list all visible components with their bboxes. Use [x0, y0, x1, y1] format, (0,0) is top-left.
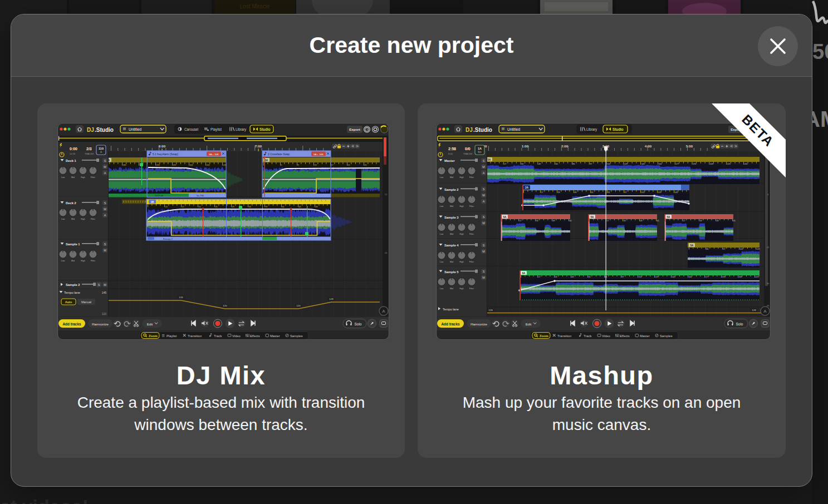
svg-text:113: 113: [607, 163, 610, 165]
svg-text:Sample 3: Sample 3: [444, 216, 459, 219]
svg-text:113: 113: [641, 191, 645, 194]
svg-text:Sample 4: Sample 4: [444, 244, 459, 247]
svg-text:Filter: Filter: [469, 261, 474, 263]
svg-text:Filter: Filter: [469, 288, 474, 290]
svg-text:Harmonize: Harmonize: [471, 322, 487, 326]
svg-text:201: 201: [190, 164, 193, 166]
svg-text:17: 17: [541, 191, 543, 194]
svg-text:33: 33: [700, 220, 702, 222]
svg-text:Filter: Filter: [469, 176, 474, 179]
svg-text:65: 65: [556, 163, 558, 165]
svg-text:120: 120: [223, 304, 227, 307]
svg-text:4:00: 4:00: [645, 144, 652, 148]
svg-text:145: 145: [641, 163, 645, 165]
svg-text:.Studio: .Studio: [473, 127, 492, 133]
svg-text:37: 37: [266, 206, 268, 208]
svg-text:1B: 1B: [151, 201, 155, 204]
svg-text:M: M: [482, 276, 485, 279]
svg-text:Filter: Filter: [469, 205, 474, 207]
svg-text:Mid: Mid: [71, 260, 75, 262]
svg-text:Effects: Effects: [620, 334, 630, 338]
svg-text:Add tracks: Add tracks: [441, 322, 459, 326]
svg-text:M: M: [482, 250, 485, 253]
svg-text:5.1 freq Alarm [Swap]: 5.1 freq Alarm [Swap]: [153, 153, 178, 156]
svg-text:Low: Low: [440, 233, 444, 235]
svg-text:33: 33: [521, 163, 523, 165]
svg-text:Edit: Edit: [147, 322, 153, 326]
svg-text:81: 81: [573, 163, 575, 165]
svg-text:129: 129: [658, 191, 662, 194]
svg-text:Master: Master: [270, 334, 280, 338]
svg-text:Auto: Auto: [65, 300, 72, 304]
svg-text:High: High: [81, 218, 85, 220]
svg-text:177: 177: [705, 276, 709, 278]
svg-text:M: M: [482, 165, 485, 169]
svg-text:Playlist: Playlist: [210, 127, 222, 132]
svg-text:A: A: [483, 200, 485, 203]
svg-text:5:00: 5:00: [686, 144, 693, 148]
svg-text:Samples: Samples: [660, 334, 673, 338]
svg-text:S: S: [483, 244, 485, 247]
svg-text:M: M: [104, 207, 106, 211]
svg-text:A: A: [104, 171, 106, 175]
svg-text:225: 225: [756, 276, 759, 278]
svg-text:Harmonize: Harmonize: [92, 322, 109, 326]
svg-text:Library: Library: [236, 127, 247, 132]
svg-text:185: 185: [123, 164, 126, 166]
svg-text:65: 65: [589, 276, 591, 278]
svg-text:M: M: [482, 194, 485, 197]
svg-text:A: A: [483, 171, 485, 175]
svg-text:65: 65: [591, 191, 594, 194]
svg-text:Filter: Filter: [91, 176, 96, 179]
svg-text:100% A: 100% A: [155, 194, 163, 197]
svg-text:6:00: 6:00: [159, 144, 166, 148]
svg-text:0/0: 0/0: [465, 147, 471, 151]
svg-text:.Studio: .Studio: [95, 127, 114, 133]
svg-text:High: High: [459, 261, 463, 263]
svg-text:Solo: Solo: [736, 322, 743, 326]
svg-text:0:00: 0:00: [70, 147, 77, 151]
svg-text:2 Crossfade Swap: 2 Crossfade Swap: [268, 153, 290, 156]
svg-text:29: 29: [232, 206, 234, 208]
svg-text:Filter: Filter: [91, 260, 96, 262]
svg-text:M: M: [104, 249, 106, 252]
svg-text:Track: Track: [214, 334, 222, 338]
svg-text:Carousel: Carousel: [184, 127, 198, 131]
svg-text:S: S: [98, 283, 100, 286]
svg-text:Video: Video: [232, 334, 241, 338]
svg-text:145: 145: [675, 191, 678, 194]
svg-text:High: High: [81, 176, 85, 179]
svg-text:33: 33: [249, 206, 251, 208]
svg-text:5A: 5A: [667, 216, 671, 219]
svg-text:M: M: [104, 165, 106, 169]
svg-text:Energy 2: Energy 2: [163, 238, 173, 240]
svg-text:12:26: 12:26: [70, 152, 76, 155]
svg-text:97: 97: [723, 248, 726, 250]
svg-text:5A: 5A: [503, 216, 507, 219]
svg-text:193: 193: [156, 164, 160, 166]
svg-text:110: 110: [99, 147, 104, 150]
svg-text:36: 36: [767, 282, 770, 285]
svg-text:21: 21: [199, 206, 201, 208]
svg-text:8:24: 8:24: [448, 152, 453, 155]
svg-text:Mid: Mid: [450, 261, 453, 263]
svg-text:Sample 5: Sample 5: [444, 270, 459, 274]
svg-text:25: 25: [365, 164, 367, 166]
svg-text:Low: Low: [61, 218, 65, 220]
svg-text:Low: Low: [61, 176, 65, 179]
svg-text:TRACKS: TRACKS: [463, 152, 473, 155]
svg-text:Low: Low: [440, 205, 444, 207]
svg-text:65: 65: [657, 220, 659, 222]
svg-text:Manual: Manual: [81, 300, 91, 304]
svg-text:Library: Library: [586, 127, 597, 132]
svg-text:197: 197: [173, 164, 177, 166]
svg-text:2/3: 2/3: [86, 147, 92, 151]
svg-text:Effects: Effects: [250, 334, 260, 338]
svg-text:Tempo lane: Tempo lane: [443, 308, 459, 311]
svg-text:17: 17: [331, 164, 334, 166]
svg-text:25: 25: [215, 206, 218, 208]
svg-text:Transition: Transition: [557, 334, 571, 338]
svg-text:Master: Master: [640, 334, 650, 338]
svg-text:1:00: 1:00: [522, 144, 529, 148]
svg-text:3A: 3A: [265, 159, 269, 162]
